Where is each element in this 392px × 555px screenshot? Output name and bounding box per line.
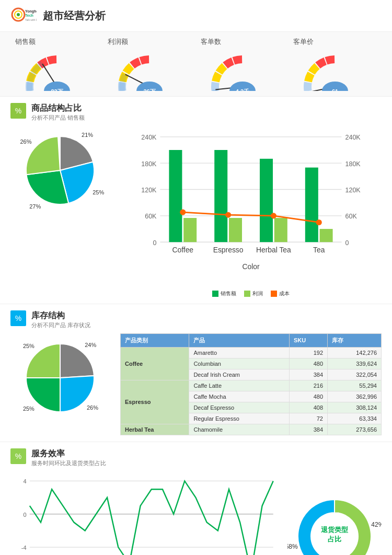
svg-rect-42 — [183, 218, 197, 242]
product-cell: Caffe Latte — [189, 380, 290, 391]
svg-text:退货类型: 退货类型 — [321, 526, 349, 534]
svg-text:26万: 26万 — [144, 88, 156, 91]
section1-title: 商品结构占比 — [31, 103, 85, 114]
svg-rect-50 — [305, 168, 318, 242]
inventory-table-area: 产品类别 产品 SKU 库存 CoffeeAmaretto192142,276C… — [120, 333, 382, 435]
svg-text:Coffee: Coffee — [172, 246, 193, 254]
table-row: CoffeeAmaretto192142,276 — [121, 347, 382, 358]
gauge: 82万 — [20, 49, 94, 91]
svg-text:180K: 180K — [141, 160, 157, 168]
gauge: 26万 — [113, 49, 186, 91]
svg-text:Herbal Tea: Herbal Tea — [256, 246, 291, 254]
svg-text:82万: 82万 — [51, 88, 63, 91]
svg-text:27%: 27% — [29, 203, 41, 210]
line-chart: -8-4040102030405060708091011120102030405… — [10, 471, 280, 555]
sku-cell: 384 — [290, 424, 328, 435]
product-cell: Amaretto — [189, 347, 290, 358]
svg-text:60K: 60K — [145, 213, 157, 220]
svg-text:42%: 42% — [371, 521, 382, 528]
category-cell: Espresso — [121, 380, 189, 424]
svg-text:120K: 120K — [345, 187, 361, 194]
col-sku: SKU — [290, 333, 328, 347]
svg-text:占比: 占比 — [328, 535, 341, 543]
product-cell: Decaf Irish Cream — [189, 369, 290, 380]
svg-text:58%: 58% — [287, 543, 298, 550]
product-cell: Caffe Mocha — [189, 391, 290, 402]
stock-cell: 308,124 — [328, 402, 382, 413]
sku-cell: 216 — [290, 380, 328, 391]
svg-text:240K: 240K — [345, 134, 361, 141]
section-inventory: % 库存结构 分析不同产品 库存状况 24%26%25%25% 产品类别 产品 … — [0, 304, 392, 442]
svg-text:25%: 25% — [23, 342, 34, 349]
section1-subtitle: 分析不同产品 销售额 — [31, 114, 85, 122]
section1-icon: % — [10, 103, 26, 119]
svg-text:0: 0 — [345, 239, 349, 247]
svg-text:Yonghong: Yonghong — [25, 9, 37, 14]
stock-cell: 142,276 — [328, 347, 382, 358]
svg-text:180K: 180K — [345, 160, 361, 168]
kpi-label: 利润额 — [108, 37, 128, 47]
section1-bar: 0060K60K120K120K180K180K240K240KCoffeeEs… — [120, 126, 382, 297]
svg-rect-48 — [274, 218, 287, 242]
section2-icon: % — [10, 310, 26, 326]
svg-text:4.2千: 4.2千 — [236, 88, 250, 91]
svg-text:26%: 26% — [20, 138, 31, 145]
sku-cell: 384 — [290, 369, 328, 380]
svg-point-53 — [180, 210, 186, 215]
kpi-row: 销售额82万利润额26万客单数4.2千客单价61 — [0, 32, 392, 97]
category-cell: Herbal Tea — [121, 424, 189, 435]
kpi-item: 客单价61 — [293, 37, 377, 91]
svg-text:0: 0 — [24, 511, 27, 517]
sku-cell: 72 — [290, 413, 328, 424]
section2-title: 库存结构 — [31, 310, 90, 321]
stock-cell: 339,624 — [328, 358, 382, 369]
inventory-table: 产品类别 产品 SKU 库存 CoffeeAmaretto192142,276C… — [120, 333, 382, 435]
product-cell: Decaf Espresso — [189, 402, 290, 413]
product-cell: Regular Espresso — [189, 413, 290, 424]
col-category: 产品类别 — [121, 333, 189, 347]
svg-text:60K: 60K — [345, 213, 358, 220]
col-product: 产品 — [189, 333, 290, 347]
svg-point-54 — [225, 212, 231, 218]
section-product-structure: % 商品结构占比 分析不同产品 销售额 21%25%27%26% 0060K60… — [0, 97, 392, 304]
kpi-label: 客单数 — [201, 37, 221, 47]
section1-pie: 21%25%27%26% — [10, 126, 115, 297]
svg-text:26%: 26% — [87, 404, 98, 411]
svg-text:61: 61 — [332, 88, 338, 91]
section3-subtitle: 服务时间环比及退货类型占比 — [31, 459, 106, 467]
svg-text:24%: 24% — [85, 341, 96, 348]
gauge: 4.2千 — [206, 49, 279, 91]
svg-point-56 — [316, 219, 322, 225]
page-title: 超市经营分析 — [43, 9, 106, 23]
svg-rect-41 — [169, 150, 182, 242]
svg-text:21%: 21% — [82, 132, 93, 138]
sku-cell: 192 — [290, 347, 328, 358]
gauge: 61 — [298, 49, 372, 91]
kpi-label: 销售额 — [15, 37, 36, 47]
stock-cell: 55,294 — [328, 380, 382, 391]
svg-text:120K: 120K — [141, 187, 157, 194]
donut-chart: 42%58%退货类型占比 — [287, 471, 382, 555]
svg-text:Espresso: Espresso — [213, 246, 244, 254]
category-cell: Coffee — [121, 347, 189, 380]
kpi-label: 客单价 — [293, 37, 314, 47]
svg-text:Color: Color — [242, 262, 260, 271]
svg-point-55 — [271, 213, 276, 218]
section-service: % 服务效率 服务时间环比及退货类型占比 -8-4040102030405060… — [0, 442, 392, 555]
section3-icon: % — [10, 448, 26, 464]
svg-text:25%: 25% — [93, 189, 104, 195]
sku-cell: 408 — [290, 402, 328, 413]
svg-text:Tech: Tech — [25, 14, 33, 17]
stock-cell: 362,996 — [328, 391, 382, 402]
kpi-item: 销售额82万 — [15, 37, 99, 91]
svg-rect-44 — [214, 150, 227, 242]
svg-text:240K: 240K — [141, 134, 157, 141]
product-cell: Chamomile — [189, 424, 290, 435]
svg-point-2 — [17, 13, 20, 16]
svg-text:Talk with Data: Talk with Data — [25, 18, 37, 21]
section2-subtitle: 分析不同产品 库存状况 — [31, 321, 90, 329]
col-stock: 库存 — [328, 333, 382, 347]
kpi-item: 利润额26万 — [108, 37, 191, 91]
svg-rect-45 — [229, 218, 242, 242]
sku-cell: 480 — [290, 391, 328, 402]
